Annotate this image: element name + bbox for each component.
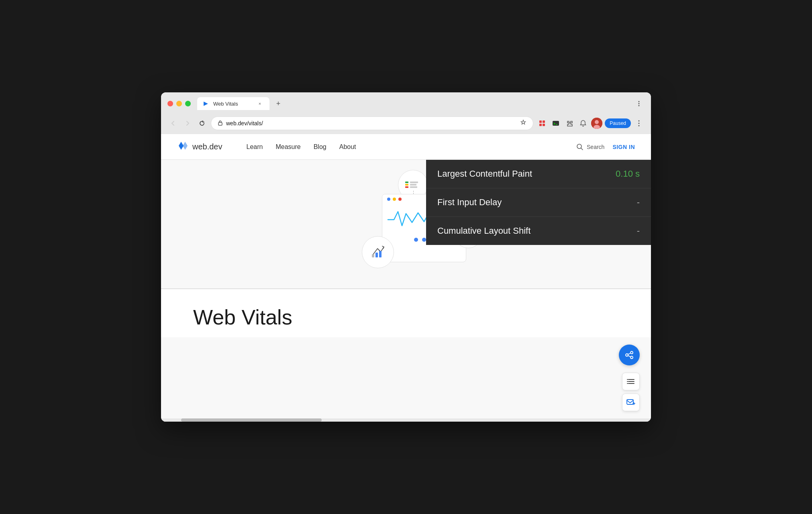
terminal-icon-button[interactable] — [550, 118, 561, 129]
svg-rect-22 — [405, 186, 408, 188]
search-label: Search — [587, 144, 604, 150]
svg-line-19 — [581, 148, 583, 150]
browser-menu-button[interactable] — [633, 98, 645, 109]
close-button[interactable] — [167, 101, 173, 106]
extensions-button[interactable] — [564, 118, 575, 129]
bookmark-star-icon[interactable] — [520, 119, 526, 127]
nav-about[interactable]: About — [339, 143, 356, 151]
fid-label: First Input Delay — [437, 197, 502, 208]
svg-line-34 — [628, 353, 630, 355]
more-vert-icon — [636, 100, 642, 107]
svg-point-32 — [626, 354, 628, 356]
site-main: Web Vitals Largest Contentful Paint 0.10… — [161, 160, 651, 422]
title-bar-top: ▶ Web Vitals × + — [167, 97, 645, 110]
webdev-logo-icon — [177, 140, 188, 154]
svg-point-11 — [595, 120, 599, 124]
metrics-bars-icon — [404, 178, 422, 192]
nav-blog[interactable]: Blog — [314, 143, 326, 151]
search-button[interactable]: Search — [576, 143, 604, 151]
address-bar: web.dev/vitals/ — [161, 114, 651, 134]
svg-line-35 — [628, 356, 630, 357]
logo-svg — [177, 140, 188, 151]
svg-rect-28 — [372, 254, 374, 257]
maximize-button[interactable] — [185, 101, 191, 106]
svg-rect-25 — [410, 186, 417, 188]
nav-learn[interactable]: Learn — [247, 143, 263, 151]
paused-label: Paused — [610, 120, 626, 126]
url-bar[interactable]: web.dev/vitals/ — [211, 116, 533, 130]
cls-label: Cumulative Layout Shift — [437, 226, 530, 236]
email-subscribe-button[interactable] — [622, 394, 640, 411]
tab-close-button[interactable]: × — [257, 100, 263, 107]
svg-rect-6 — [539, 124, 542, 126]
notifications-button[interactable] — [577, 118, 589, 129]
lock-icon — [218, 120, 223, 127]
cls-row: Cumulative Layout Shift - — [426, 217, 651, 245]
bell-icon — [579, 120, 587, 127]
svg-point-2 — [639, 105, 640, 106]
title-bar-right — [633, 98, 645, 109]
svg-rect-20 — [405, 182, 408, 183]
terminal-icon — [552, 120, 559, 127]
window-controls — [167, 101, 191, 106]
scrollbar-track — [161, 418, 651, 422]
tab-title: Web Vitals — [213, 101, 253, 107]
list-button[interactable] — [622, 373, 640, 390]
svg-rect-7 — [543, 124, 545, 126]
site-nav: Learn Measure Blog About — [247, 143, 356, 151]
scrollbar-thumb[interactable] — [181, 418, 322, 422]
svg-point-15 — [639, 125, 640, 126]
site-logo-text: web.dev — [192, 142, 222, 151]
dot-red — [398, 198, 402, 201]
refresh-button[interactable] — [196, 118, 208, 129]
chrome-menu-button[interactable] — [633, 118, 645, 129]
refresh-icon — [199, 120, 205, 126]
title-bar: ▶ Web Vitals × + — [161, 92, 651, 114]
browser-content: web.dev Learn Measure Blog About Search … — [161, 134, 651, 422]
svg-point-13 — [639, 120, 640, 122]
sign-in-button[interactable]: SIGN IN — [612, 144, 635, 150]
svg-rect-4 — [539, 120, 542, 123]
svg-rect-3 — [218, 122, 222, 125]
email-plus-icon — [626, 399, 635, 406]
overlay-panel: Largest Contentful Paint 0.10 s First In… — [426, 160, 651, 245]
extension-icon-1[interactable] — [537, 118, 548, 129]
dot1 — [414, 238, 418, 242]
page-title: Web Vitals — [193, 305, 619, 329]
svg-point-1 — [639, 103, 640, 104]
analytics-svg — [369, 243, 387, 261]
svg-point-33 — [630, 356, 633, 359]
lcp-value: 0.10 s — [616, 169, 640, 179]
svg-rect-5 — [543, 120, 545, 123]
tab-bar: ▶ Web Vitals × + — [197, 97, 633, 110]
svg-rect-24 — [410, 184, 416, 186]
search-icon — [576, 143, 583, 151]
paused-button[interactable]: Paused — [605, 118, 631, 128]
svg-point-14 — [639, 123, 640, 124]
lcp-row: Largest Contentful Paint 0.10 s — [426, 160, 651, 188]
forward-arrow-icon — [185, 120, 190, 126]
bottom-section: Web Vitals — [161, 288, 651, 337]
forward-button[interactable] — [182, 118, 193, 129]
svg-rect-29 — [375, 253, 378, 257]
share-button[interactable] — [619, 345, 640, 365]
svg-rect-8 — [553, 121, 559, 126]
svg-marker-17 — [183, 142, 188, 150]
toolbar-icons: Paused — [537, 118, 645, 129]
avatar-image — [591, 118, 602, 129]
analytics-bubble — [362, 236, 394, 268]
back-button[interactable] — [167, 118, 179, 129]
site-logo[interactable]: web.dev — [177, 140, 222, 154]
new-tab-button[interactable]: + — [273, 98, 284, 109]
three-dots-icon — [638, 120, 640, 126]
back-arrow-icon — [170, 120, 176, 126]
nav-measure[interactable]: Measure — [275, 143, 300, 151]
active-tab[interactable]: ▶ Web Vitals × — [197, 97, 269, 110]
svg-rect-42 — [627, 400, 633, 404]
user-avatar[interactable] — [591, 118, 602, 129]
star-icon — [520, 119, 526, 126]
minimize-button[interactable] — [176, 101, 182, 106]
fid-value: - — [637, 197, 640, 208]
svg-rect-30 — [379, 251, 382, 257]
extension-1-icon — [539, 120, 546, 127]
